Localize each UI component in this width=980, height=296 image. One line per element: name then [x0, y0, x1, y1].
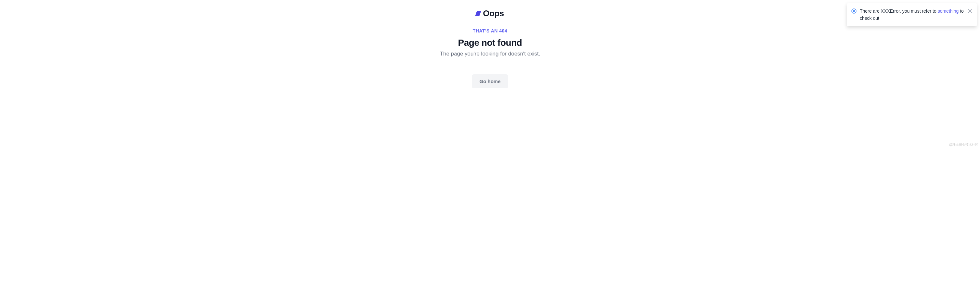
go-home-button[interactable]: Go home — [472, 74, 508, 88]
close-icon[interactable] — [968, 9, 972, 13]
error-label: THAT'S AN 404 — [473, 28, 507, 33]
notification-toast: There are XXXError, you must refer to so… — [847, 3, 977, 26]
brand-title: Oops — [483, 8, 504, 19]
watermark: @稀土掘金技术社区 — [949, 142, 978, 147]
logo-icon — [476, 11, 481, 16]
notification-text-before: There are XXXError, you must refer to — [860, 8, 938, 14]
error-circle-icon — [851, 8, 856, 14]
notification-link[interactable]: something — [938, 8, 959, 14]
error-title: Page not found — [458, 38, 522, 48]
brand-header: Oops — [476, 8, 504, 19]
notification-message: There are XXXError, you must refer to so… — [860, 8, 964, 22]
error-subtitle: The page you're looking for doesn't exis… — [440, 51, 540, 57]
error-page-container: Oops THAT'S AN 404 Page not found The pa… — [0, 0, 980, 88]
